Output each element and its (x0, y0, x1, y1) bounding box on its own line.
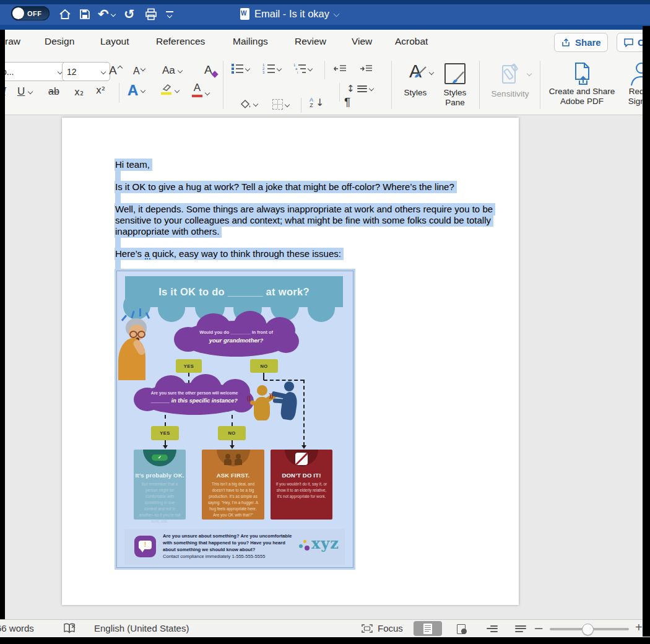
logo-dot-teal (299, 544, 303, 548)
compliance-bubble-icon: ! (134, 536, 156, 557)
undo-button[interactable]: ↶ (98, 6, 115, 22)
clear-formatting-glyph: A (204, 63, 212, 77)
styles-brush-icon (412, 66, 428, 79)
group-divider (479, 61, 480, 109)
clear-formatting-button[interactable]: A (204, 63, 217, 77)
tab-design[interactable]: Design (45, 36, 74, 47)
orange-person-figure (252, 385, 274, 421)
inline-image-selection[interactable]: Is it OK to do ______ at work? (115, 269, 355, 570)
infographic-title: Is it OK to do ______ at work? (125, 276, 343, 307)
footer-line-4: Contact compliance immediately 1-555-555… (163, 553, 292, 560)
superscript-button[interactable]: x² (96, 85, 105, 96)
card1-body: But remember that a person might be comf… (134, 481, 186, 524)
line-spacing-lines-icon (357, 84, 367, 94)
redo-button[interactable]: ↺ (124, 6, 135, 22)
share-button[interactable]: Share (554, 33, 608, 52)
tab-review[interactable]: Review (295, 36, 326, 47)
multilevel-list-icon: 1 a i (293, 63, 306, 74)
outline-icon (487, 624, 498, 633)
multilevel-list-button[interactable]: 1 a i (293, 63, 312, 74)
selection-strip (115, 238, 121, 248)
tab-references[interactable]: References (156, 36, 205, 47)
draft-icon (515, 624, 526, 633)
spellcheck-icon[interactable] (63, 622, 77, 635)
motion-marks: )) (269, 393, 273, 399)
shrink-font-glyph: A (133, 66, 140, 77)
zoom-in-button[interactable]: + (635, 620, 643, 635)
highlight-button[interactable] (161, 83, 179, 95)
outline-view-button[interactable] (478, 621, 506, 636)
connector-arrowhead (301, 445, 306, 449)
styles-button[interactable]: A Styles (396, 61, 435, 98)
document-area[interactable]: Hi team, Is it OK to give a hug at work?… (0, 115, 650, 619)
card3-body: If you wouldn’t do it, say it, or show i… (271, 481, 332, 500)
doc-line-depends-2[interactable]: sensitive to your colleagues and context… (115, 214, 493, 227)
tab-acrobat[interactable]: Acrobat (395, 36, 428, 47)
sensitivity-label: Sensitivity (484, 89, 536, 99)
sensitivity-button[interactable]: Sensitivity (484, 61, 536, 99)
sort-button[interactable]: A Z ↓ (310, 97, 324, 108)
styles-pane-button[interactable]: Styles Pane (436, 61, 474, 108)
highlight-chevron-icon (175, 88, 180, 93)
toggle-knob (12, 7, 24, 19)
bullets-button[interactable] (232, 63, 249, 74)
doc-line-depends-3[interactable]: inappropriate with others. (115, 225, 222, 238)
zoom-slider-knob[interactable] (582, 624, 594, 635)
borders-button[interactable] (272, 99, 289, 110)
increase-indent-button[interactable] (359, 64, 373, 73)
infographic-image[interactable]: Is it OK to do ______ at work? (116, 271, 353, 568)
underline-button[interactable]: U (17, 85, 32, 98)
print-button[interactable] (144, 6, 158, 22)
group-divider (223, 61, 223, 109)
numbering-chevron-icon (277, 66, 282, 71)
zoom-out-button[interactable]: – (535, 620, 542, 636)
shrink-font-button[interactable]: A (133, 66, 145, 77)
document-title[interactable]: Email - Is it okay (240, 8, 339, 20)
title-chevron-icon (334, 11, 340, 17)
home-button[interactable] (58, 6, 72, 22)
web-layout-icon (457, 624, 466, 633)
subscript-button[interactable]: x₂ (74, 87, 84, 98)
word-count[interactable]: 66 words (0, 623, 34, 633)
small-divider (339, 83, 340, 102)
autosave-toggle[interactable]: OFF (11, 6, 50, 20)
font-size-select[interactable]: 12 (62, 62, 110, 81)
grow-font-button[interactable]: A (109, 64, 122, 77)
font-color-button[interactable]: A (192, 82, 209, 97)
web-layout-view-button[interactable] (447, 621, 475, 636)
decrease-indent-button[interactable] (333, 64, 347, 73)
bullets-chevron-icon (245, 66, 250, 71)
create-adobe-pdf-button[interactable]: Create and Share Adobe PDF (545, 61, 619, 107)
show-paragraph-marks-button[interactable]: ¶ (344, 95, 350, 109)
screenshot-left-crop (0, 30, 5, 619)
change-case-button[interactable]: Aa (162, 64, 182, 77)
word-doc-icon (240, 8, 249, 20)
save-button[interactable] (79, 6, 91, 22)
tab-mailings[interactable]: Mailings (233, 36, 268, 47)
print-layout-view-button[interactable] (414, 621, 442, 636)
text-effects-button[interactable]: A (128, 82, 145, 99)
pilcrow-glyph: ¶ (344, 95, 350, 109)
print-icon (144, 7, 158, 21)
font-name-select[interactable]: i (Bo... (0, 62, 67, 81)
doc-line-greeting[interactable]: Hi team, (115, 159, 152, 171)
doc-line-depends-1[interactable]: Well, it depends. Some things are always… (115, 203, 495, 215)
focus-button[interactable]: Focus (378, 623, 403, 633)
tab-draw[interactable]: raw (5, 36, 20, 47)
tab-layout[interactable]: Layout (100, 36, 129, 47)
connector-arrowhead (163, 445, 168, 449)
share-icon (561, 37, 571, 48)
paint-bucket-icon (240, 99, 251, 109)
more-toolbar-button[interactable] (166, 6, 173, 22)
document-page[interactable]: Hi team, Is it OK to give a hug at work?… (62, 118, 519, 605)
strikethrough-button[interactable]: ab (48, 86, 59, 97)
tab-view[interactable]: View (352, 36, 372, 47)
line-spacing-button[interactable]: ↕ (347, 83, 373, 94)
draft-view-button[interactable] (506, 621, 535, 636)
numbering-button[interactable]: 1 2 3 (262, 63, 281, 74)
redo-icon: ↺ (124, 8, 135, 21)
language-status[interactable]: English (United States) (94, 623, 189, 633)
shading-button[interactable] (240, 99, 258, 109)
doc-line-question[interactable]: Is it OK to give a hug at work? Tell a j… (115, 181, 457, 193)
subscript-glyph: x₂ (74, 87, 84, 98)
